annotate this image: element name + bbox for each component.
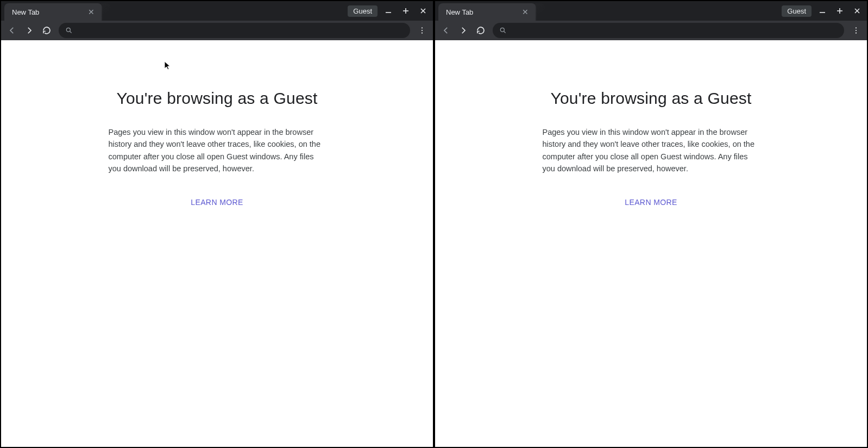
page-body: Pages you view in this window won't appe… <box>109 126 326 175</box>
titlebar: New Tab ✕ Guest <box>435 1 867 21</box>
close-window-icon[interactable] <box>417 4 430 17</box>
close-tab-icon[interactable]: ✕ <box>520 7 531 17</box>
back-button-icon[interactable] <box>4 23 20 38</box>
toolbar <box>1 21 433 40</box>
search-icon <box>499 27 507 34</box>
page-content: You're browsing as a Guest Pages you vie… <box>435 40 867 447</box>
chrome-menu-icon[interactable] <box>414 23 430 38</box>
minimize-window-icon[interactable] <box>816 4 829 17</box>
address-bar[interactable] <box>59 23 410 38</box>
close-tab-icon[interactable]: ✕ <box>86 7 97 17</box>
page-heading: You're browsing as a Guest <box>109 89 326 108</box>
browser-window-left: New Tab ✕ Guest <box>0 0 434 448</box>
svg-point-18 <box>856 30 857 31</box>
close-window-icon[interactable] <box>851 4 864 17</box>
tab-new-tab[interactable]: New Tab ✕ <box>4 3 102 21</box>
search-icon <box>65 27 73 34</box>
profile-badge[interactable]: Guest <box>348 5 378 17</box>
tab-title: New Tab <box>12 8 81 16</box>
new-tab-stub[interactable] <box>101 3 111 21</box>
svg-point-15 <box>500 28 504 32</box>
svg-line-16 <box>504 32 506 33</box>
svg-point-5 <box>66 28 70 32</box>
chrome-menu-icon[interactable] <box>848 23 864 38</box>
tab-new-tab[interactable]: New Tab ✕ <box>438 3 536 21</box>
svg-point-9 <box>422 33 423 34</box>
reload-button-icon[interactable] <box>39 23 54 38</box>
titlebar: New Tab ✕ Guest <box>1 1 433 21</box>
maximize-window-icon[interactable] <box>399 4 412 17</box>
maximize-window-icon[interactable] <box>833 4 846 17</box>
new-tab-stub[interactable] <box>535 3 545 21</box>
address-bar[interactable] <box>493 23 844 38</box>
page-heading: You're browsing as a Guest <box>543 89 760 108</box>
tab-title: New Tab <box>446 8 515 16</box>
svg-line-6 <box>70 32 72 33</box>
browser-window-right: New Tab ✕ Guest <box>434 0 868 448</box>
reload-button-icon[interactable] <box>473 23 488 38</box>
profile-badge[interactable]: Guest <box>782 5 812 17</box>
minimize-window-icon[interactable] <box>382 4 395 17</box>
forward-button-icon[interactable] <box>22 23 37 38</box>
svg-point-19 <box>856 33 857 34</box>
toolbar <box>435 21 867 40</box>
back-button-icon[interactable] <box>438 23 454 38</box>
page-content: You're browsing as a Guest Pages you vie… <box>1 40 433 447</box>
learn-more-link[interactable]: LEARN MORE <box>543 198 760 207</box>
svg-point-7 <box>422 27 423 28</box>
svg-point-17 <box>856 27 857 28</box>
learn-more-link[interactable]: LEARN MORE <box>109 198 326 207</box>
svg-point-8 <box>422 30 423 31</box>
page-body: Pages you view in this window won't appe… <box>543 126 760 175</box>
forward-button-icon[interactable] <box>456 23 471 38</box>
